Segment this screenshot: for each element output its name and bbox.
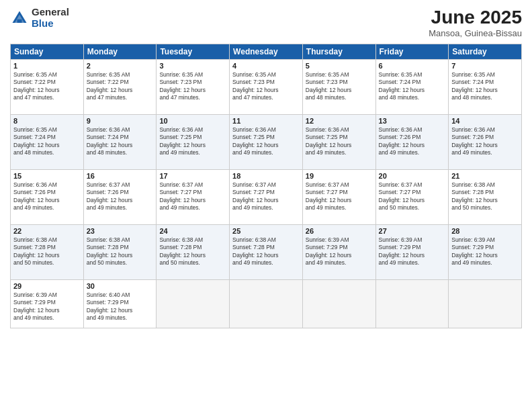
table-row: 30 Sunrise: 6:40 AM Sunset: 7:29 PM Dayl… [83,280,157,328]
table-row: 8 Sunrise: 6:35 AM Sunset: 7:24 PM Dayli… [11,115,84,170]
table-row: 10 Sunrise: 6:36 AM Sunset: 7:25 PM Dayl… [157,115,230,170]
day-number: 17 [159,172,226,180]
day-number: 26 [306,227,373,235]
day-number: 4 [232,62,300,70]
day-number: 9 [87,117,154,125]
day-number: 16 [87,172,154,180]
svg-rect-2 [17,19,22,22]
table-row: 9 Sunrise: 6:36 AM Sunset: 7:24 PM Dayli… [83,115,157,170]
day-info: Sunrise: 6:35 AM Sunset: 7:23 PM Dayligh… [232,71,300,102]
day-info: Sunrise: 6:38 AM Sunset: 7:28 PM Dayligh… [13,236,81,267]
day-info: Sunrise: 6:35 AM Sunset: 7:22 PM Dayligh… [87,71,154,102]
day-info: Sunrise: 6:36 AM Sunset: 7:26 PM Dayligh… [451,126,519,157]
table-row: 6 Sunrise: 6:35 AM Sunset: 7:24 PM Dayli… [375,60,449,115]
title-area: June 2025 Mansoa, Guinea-Bissau [429,7,522,38]
table-row: 2 Sunrise: 6:35 AM Sunset: 7:22 PM Dayli… [83,60,157,115]
col-friday: Friday [375,44,449,60]
day-info: Sunrise: 6:35 AM Sunset: 7:24 PM Dayligh… [379,71,446,102]
table-row: 4 Sunrise: 6:35 AM Sunset: 7:23 PM Dayli… [230,60,303,115]
day-info: Sunrise: 6:37 AM Sunset: 7:27 PM Dayligh… [306,181,373,212]
day-info: Sunrise: 6:35 AM Sunset: 7:24 PM Dayligh… [451,71,519,102]
day-info: Sunrise: 6:40 AM Sunset: 7:29 PM Dayligh… [87,291,154,322]
table-row: 1 Sunrise: 6:35 AM Sunset: 7:22 PM Dayli… [11,60,84,115]
day-number: 24 [159,227,226,235]
table-row: 28 Sunrise: 6:39 AM Sunset: 7:29 PM Dayl… [449,225,522,280]
day-info: Sunrise: 6:37 AM Sunset: 7:27 PM Dayligh… [379,181,446,212]
month-title: June 2025 [429,7,522,28]
table-row: 19 Sunrise: 6:37 AM Sunset: 7:27 PM Dayl… [302,170,375,225]
col-sunday: Sunday [11,44,84,60]
day-number: 23 [87,227,154,235]
calendar-header-row: Sunday Monday Tuesday Wednesday Thursday… [11,44,522,60]
table-row: 7 Sunrise: 6:35 AM Sunset: 7:24 PM Dayli… [449,60,522,115]
table-row: 14 Sunrise: 6:36 AM Sunset: 7:26 PM Dayl… [449,115,522,170]
calendar-table: Sunday Monday Tuesday Wednesday Thursday… [10,44,522,328]
day-number: 3 [159,62,226,70]
day-info: Sunrise: 6:35 AM Sunset: 7:22 PM Dayligh… [13,71,81,102]
day-info: Sunrise: 6:35 AM Sunset: 7:24 PM Dayligh… [13,126,81,157]
header: General Blue June 2025 Mansoa, Guinea-Bi… [10,7,522,38]
day-info: Sunrise: 6:39 AM Sunset: 7:29 PM Dayligh… [306,236,373,267]
table-row [230,280,303,328]
day-number: 6 [379,62,446,70]
day-number: 10 [159,117,226,125]
col-saturday: Saturday [449,44,522,60]
day-number: 13 [379,117,446,125]
day-number: 12 [306,117,373,125]
day-number: 19 [306,172,373,180]
table-row: 16 Sunrise: 6:37 AM Sunset: 7:26 PM Dayl… [83,170,157,225]
table-row: 11 Sunrise: 6:36 AM Sunset: 7:25 PM Dayl… [230,115,303,170]
day-info: Sunrise: 6:38 AM Sunset: 7:28 PM Dayligh… [87,236,154,267]
table-row: 26 Sunrise: 6:39 AM Sunset: 7:29 PM Dayl… [302,225,375,280]
day-number: 11 [232,117,300,125]
table-row: 18 Sunrise: 6:37 AM Sunset: 7:27 PM Dayl… [230,170,303,225]
day-info: Sunrise: 6:36 AM Sunset: 7:24 PM Dayligh… [87,126,154,157]
table-row: 13 Sunrise: 6:36 AM Sunset: 7:26 PM Dayl… [375,115,449,170]
day-number: 18 [232,172,300,180]
day-info: Sunrise: 6:38 AM Sunset: 7:28 PM Dayligh… [232,236,300,267]
table-row: 17 Sunrise: 6:37 AM Sunset: 7:27 PM Dayl… [157,170,230,225]
table-row [375,280,449,328]
location: Mansoa, Guinea-Bissau [429,28,522,38]
table-row [157,280,230,328]
day-number: 1 [13,62,81,70]
day-number: 15 [13,172,81,180]
table-row: 15 Sunrise: 6:36 AM Sunset: 7:26 PM Dayl… [11,170,84,225]
day-number: 8 [13,117,81,125]
logo-blue: Blue [32,18,69,30]
col-monday: Monday [83,44,157,60]
day-info: Sunrise: 6:35 AM Sunset: 7:23 PM Dayligh… [306,71,373,102]
day-info: Sunrise: 6:35 AM Sunset: 7:23 PM Dayligh… [159,71,226,102]
day-info: Sunrise: 6:36 AM Sunset: 7:26 PM Dayligh… [13,181,81,212]
day-info: Sunrise: 6:36 AM Sunset: 7:25 PM Dayligh… [306,126,373,157]
day-info: Sunrise: 6:39 AM Sunset: 7:29 PM Dayligh… [13,291,81,322]
table-row: 22 Sunrise: 6:38 AM Sunset: 7:28 PM Dayl… [11,225,84,280]
day-number: 20 [379,172,446,180]
day-info: Sunrise: 6:38 AM Sunset: 7:28 PM Dayligh… [159,236,226,267]
col-tuesday: Tuesday [157,44,230,60]
day-info: Sunrise: 6:37 AM Sunset: 7:27 PM Dayligh… [232,181,300,212]
day-number: 2 [87,62,154,70]
day-number: 27 [379,227,446,235]
table-row: 24 Sunrise: 6:38 AM Sunset: 7:28 PM Dayl… [157,225,230,280]
table-row: 12 Sunrise: 6:36 AM Sunset: 7:25 PM Dayl… [302,115,375,170]
logo-icon [10,9,29,28]
day-info: Sunrise: 6:37 AM Sunset: 7:26 PM Dayligh… [87,181,154,212]
page: General Blue June 2025 Mansoa, Guinea-Bi… [0,0,532,411]
logo-general: General [32,7,69,18]
table-row: 21 Sunrise: 6:38 AM Sunset: 7:28 PM Dayl… [449,170,522,225]
table-row: 20 Sunrise: 6:37 AM Sunset: 7:27 PM Dayl… [375,170,449,225]
table-row: 5 Sunrise: 6:35 AM Sunset: 7:23 PM Dayli… [302,60,375,115]
table-row: 29 Sunrise: 6:39 AM Sunset: 7:29 PM Dayl… [11,280,84,328]
day-info: Sunrise: 6:37 AM Sunset: 7:27 PM Dayligh… [159,181,226,212]
day-number: 21 [451,172,519,180]
logo-text: General Blue [32,7,69,29]
logo: General Blue [10,7,69,29]
day-info: Sunrise: 6:36 AM Sunset: 7:26 PM Dayligh… [379,126,446,157]
table-row: 3 Sunrise: 6:35 AM Sunset: 7:23 PM Dayli… [157,60,230,115]
day-info: Sunrise: 6:38 AM Sunset: 7:28 PM Dayligh… [451,181,519,212]
day-number: 25 [232,227,300,235]
day-info: Sunrise: 6:39 AM Sunset: 7:29 PM Dayligh… [451,236,519,267]
day-number: 28 [451,227,519,235]
day-info: Sunrise: 6:36 AM Sunset: 7:25 PM Dayligh… [159,126,226,157]
